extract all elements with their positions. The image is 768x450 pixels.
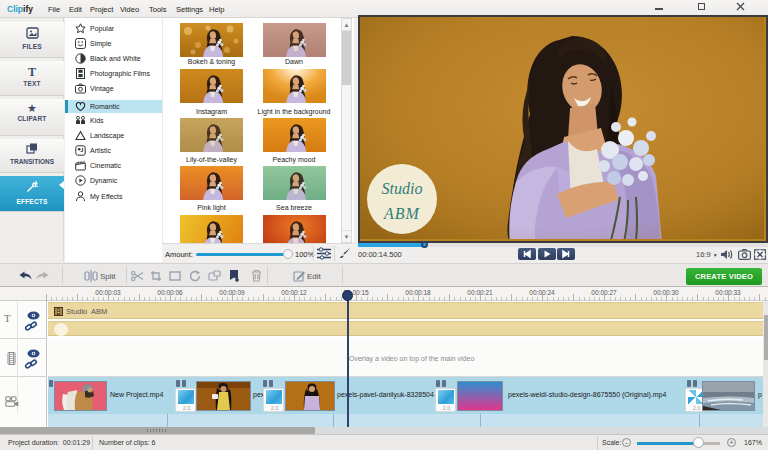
- svg-text:Studio: Studio: [382, 180, 423, 197]
- svg-text:ABM: ABM: [383, 205, 421, 222]
